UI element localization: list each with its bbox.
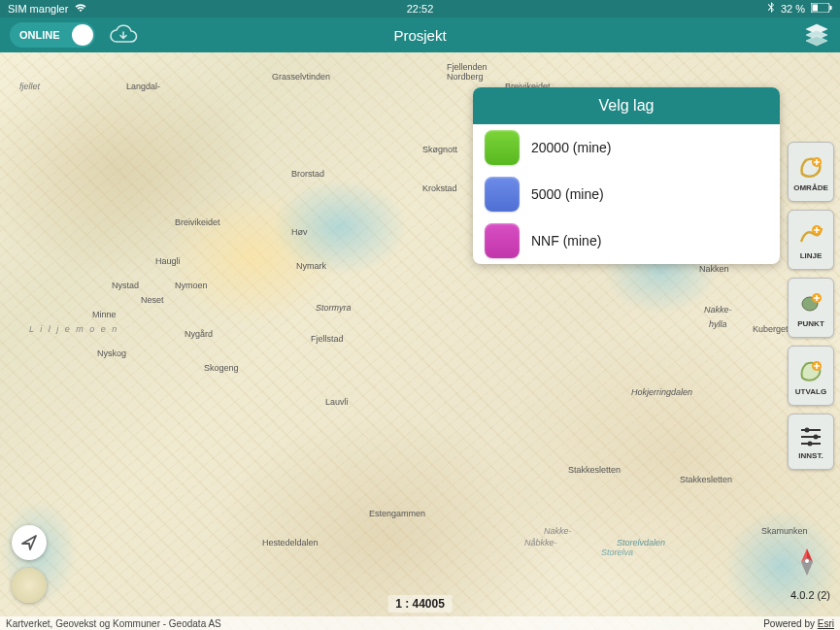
layer-popup-title: Velg lag <box>473 87 780 124</box>
locate-me-button[interactable] <box>12 525 47 560</box>
map-place-label: Hestedeldalen <box>262 538 319 547</box>
map-place-label: Neset <box>141 295 164 305</box>
layers-button[interactable] <box>803 22 830 51</box>
line-plus-icon <box>796 220 825 249</box>
esri-link[interactable]: Esri <box>818 618 834 629</box>
tool-settings-button[interactable]: INNST. <box>788 414 834 470</box>
bluetooth-icon <box>767 2 775 16</box>
map-place-label: Nymoen <box>175 281 208 290</box>
map-place-label: L i l j e m o e n <box>29 324 118 334</box>
online-toggle[interactable]: ONLINE <box>10 22 95 48</box>
location-arrow-icon <box>19 533 39 552</box>
layer-selection-popup: Velg lag 20000 (mine) 5000 (mine) NNF (m… <box>473 87 780 264</box>
tool-selection-button[interactable]: UTVALG <box>788 346 834 406</box>
map-place-label: Stakkesletten <box>568 465 621 475</box>
svg-rect-1 <box>813 5 819 12</box>
map-place-label: Estengammen <box>369 509 425 518</box>
polygon-plus-icon <box>796 152 825 182</box>
compass-icon <box>795 547 819 578</box>
layer-swatch-icon <box>485 130 520 165</box>
map-place-label: Nordberg <box>447 72 484 82</box>
map-place-label: Langdal- <box>126 82 160 91</box>
compass-button[interactable] <box>795 547 819 581</box>
svg-point-14 <box>805 559 810 564</box>
map-place-label: hylla <box>709 319 727 329</box>
map-place-label: Haugli <box>155 256 181 266</box>
clock: 22:52 <box>407 3 434 15</box>
map-place-label: Grasselvtinden <box>272 72 330 82</box>
map-place-label: Høv <box>291 227 308 237</box>
map-place-label: Nakke- <box>704 305 732 315</box>
map-place-label: Nygård <box>185 329 213 339</box>
attribution-right: Powered by Esri <box>763 618 834 629</box>
map-place-label: Skamunken <box>761 526 808 536</box>
tool-area-button[interactable]: OMRÅDE <box>788 142 834 202</box>
layer-item-nnf[interactable]: NNF (mine) <box>473 217 780 264</box>
svg-point-13 <box>808 441 813 446</box>
battery-pct: 32 % <box>781 3 805 15</box>
map-place-label: Fjellenden <box>447 62 487 72</box>
wifi-icon <box>74 3 87 15</box>
tool-label: INNST. <box>798 451 823 460</box>
map-canvas[interactable]: fjellet Langdal- Grasselvtinden Breivike… <box>0 52 840 630</box>
layer-swatch-icon <box>485 223 520 258</box>
map-scale-label: 1 : 44005 <box>387 595 453 613</box>
minimap-button[interactable] <box>12 568 47 603</box>
svg-point-11 <box>814 434 819 439</box>
map-place-label: Brorstad <box>291 169 324 179</box>
device-status-bar: SIM mangler 22:52 32 % <box>0 0 840 17</box>
download-button[interactable] <box>107 22 140 48</box>
layer-item-label: 5000 (mine) <box>531 186 604 202</box>
tool-label: UTVALG <box>795 387 826 396</box>
svg-point-9 <box>805 427 810 432</box>
attribution-bar: Kartverket, Geovekst og Kommuner - Geoda… <box>0 616 840 630</box>
page-title: Prosjekt <box>393 27 446 44</box>
map-place-label: Stakkesletten <box>680 475 732 484</box>
tool-label: OMRÅDE <box>793 183 828 192</box>
map-place-label: Nakken <box>699 264 729 274</box>
map-place-label: Storelva <box>601 547 633 557</box>
layer-item-label: NNF (mine) <box>531 233 601 249</box>
tool-label: PUNKT <box>797 319 824 328</box>
tool-label: LINJE <box>800 251 823 260</box>
online-label: ONLINE <box>19 29 60 41</box>
app-version-label: 4.0.2 (2) <box>790 589 830 601</box>
map-place-label: Storelvdalen <box>617 538 665 547</box>
map-place-label: Krokstad <box>422 183 457 193</box>
map-place-label: fjellet <box>19 82 40 91</box>
drawing-tools-panel: OMRÅDE LINJE PUNKT UTVALG INNST. <box>788 142 834 470</box>
map-place-label: Nymark <box>296 261 326 271</box>
layer-item-5000[interactable]: 5000 (mine) <box>473 171 780 217</box>
map-place-label: Fjellstad <box>311 334 344 344</box>
map-place-label: Hokjerringdalen <box>631 387 692 397</box>
map-place-label: Lauvli <box>325 397 349 407</box>
sliders-icon <box>798 424 823 449</box>
map-place-label: Nåbkke- <box>524 538 557 547</box>
layer-item-20000[interactable]: 20000 (mine) <box>473 124 780 171</box>
powered-by-label: Powered by <box>763 618 818 629</box>
tool-line-button[interactable]: LINJE <box>788 210 834 270</box>
battery-icon <box>811 3 832 15</box>
map-place-label: Nakke- <box>544 526 572 536</box>
layer-swatch-icon <box>485 177 520 212</box>
layer-item-label: 20000 (mine) <box>531 140 612 155</box>
map-place-label: Nystad <box>112 281 139 290</box>
toggle-knob <box>72 24 93 46</box>
map-place-label: Skøgnott <box>422 145 457 154</box>
map-place-label: Minne <box>92 310 117 319</box>
point-plus-icon <box>796 288 825 317</box>
tool-point-button[interactable]: PUNKT <box>788 278 834 338</box>
attribution-left: Kartverket, Geovekst og Kommuner - Geoda… <box>6 618 221 629</box>
map-place-label: Skogeng <box>204 363 239 373</box>
map-place-label: Breivikeidet <box>175 217 220 227</box>
map-place-label: Nyskog <box>97 348 126 358</box>
map-place-label: Kuberget <box>753 324 789 334</box>
selection-plus-icon <box>796 356 825 385</box>
carrier-label: SIM mangler <box>8 3 68 15</box>
app-header: ONLINE Prosjekt <box>0 17 840 52</box>
svg-rect-2 <box>830 6 832 10</box>
map-place-label: Stormyra <box>316 303 352 313</box>
